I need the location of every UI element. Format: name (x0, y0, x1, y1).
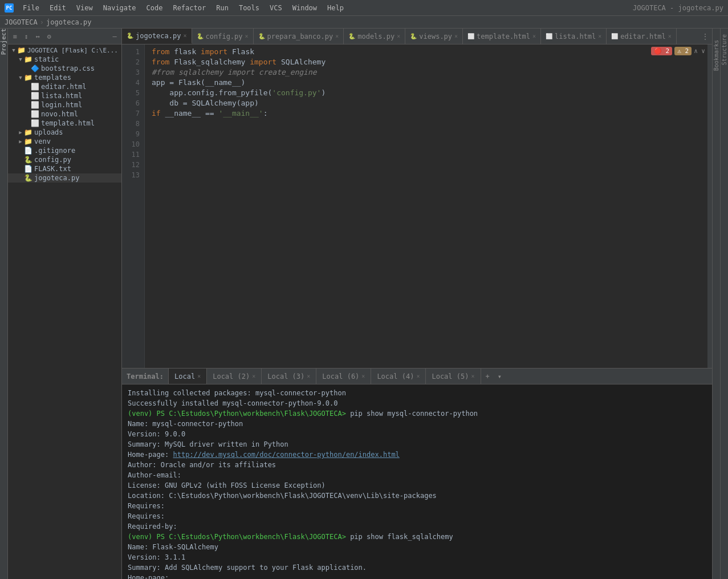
code-editor[interactable]: from flask import Flask from Flask_sqlal… (145, 44, 707, 368)
tree-editar-html[interactable]: ⬜ editar.html (8, 82, 121, 91)
tree-template-html[interactable]: ⬜ template.html (8, 119, 121, 128)
tab-prepara-banco-py[interactable]: 🐍 prepara_banco.py × (254, 29, 344, 44)
tab-close-jogoteca[interactable]: × (183, 33, 186, 39)
menu-code[interactable]: Code (142, 3, 168, 13)
term-close-local5[interactable]: × (471, 373, 474, 379)
term-line-4: Name: mysql-connector-python (128, 419, 706, 429)
bookmarks-strip[interactable]: Bookmarks (712, 29, 720, 579)
tab-editar-html[interactable]: ⬜ editar.html × (607, 29, 677, 44)
menu-vcs[interactable]: VCS (265, 3, 287, 13)
code-line-6: app = Flask(__name__) (152, 78, 701, 88)
code-line-1: from flask import Flask (152, 47, 701, 57)
term-line-10: License: GNU GPLv2 (with FOSS License Ex… (128, 480, 706, 491)
tab-template-html[interactable]: ⬜ template.html × (463, 29, 541, 44)
outer-layout: Project ≡ ↕ ↔ ⚙ — ▼ 📁 JOGOTECA [Flask] C… (0, 29, 728, 579)
tree-novo-html[interactable]: ⬜ novo.html (8, 110, 121, 119)
tree-lista-html[interactable]: ⬜ lista.html (8, 91, 121, 100)
warning-count: ⚠ 2 (674, 47, 692, 55)
menu-window[interactable]: Window (288, 3, 322, 13)
tab-config-py[interactable]: 🐍 config.py × (192, 29, 254, 44)
tree-static[interactable]: ▼ 📁 static (8, 55, 121, 64)
tree-jogoteca-py[interactable]: 🐍 jogoteca.py (8, 173, 121, 183)
term-line-5: Version: 9.0.0 (128, 429, 706, 439)
term-line-11: Location: C:\Estudos\Python\workbench\Fl… (128, 491, 706, 501)
menu-run[interactable]: Run (212, 3, 233, 13)
breadcrumb-file[interactable]: jogoteca.py (46, 18, 91, 26)
tab-close-views[interactable]: × (454, 33, 458, 39)
tab-lista-html[interactable]: ⬜ lista.html × (541, 29, 607, 44)
breadcrumb-project[interactable]: JOGOTECA (5, 18, 38, 26)
tree-config-py[interactable]: 🐍 config.py (8, 155, 121, 164)
term-line-17: Version: 3.1.1 (128, 552, 706, 562)
tab-jogoteca-py[interactable]: 🐍 jogoteca.py × (122, 29, 192, 44)
term-tab-local4[interactable]: Local (4) × (371, 369, 426, 384)
menu-refactor[interactable]: Refactor (168, 3, 210, 13)
term-tab-local5[interactable]: Local (5) × (426, 369, 481, 384)
structure-strip[interactable]: Structure (720, 29, 728, 579)
term-line-9: Author-email: (128, 470, 706, 480)
toolbar-icon-settings[interactable]: ⚙ (44, 32, 54, 41)
center-column: 🐍 jogoteca.py × 🐍 config.py × 🐍 prepara_… (122, 29, 712, 579)
term-tab-local3[interactable]: Local (3) × (262, 369, 316, 384)
structure-label: Structure (721, 34, 727, 65)
term-add-tab[interactable]: + (481, 369, 494, 384)
nav-arrows[interactable]: ∧ ∨ (694, 47, 705, 55)
editor-tab-bar: 🐍 jogoteca.py × 🐍 config.py × 🐍 prepara_… (122, 29, 712, 44)
toolbar-icon-menu[interactable]: ≡ (10, 32, 19, 41)
tree-bootstrap-css[interactable]: 🔷 bootstrap.css (8, 64, 121, 73)
tree-flask-txt[interactable]: 📄 FLASK.txt (8, 164, 121, 173)
term-tab-local2[interactable]: Local (2) × (207, 369, 262, 384)
menu-edit[interactable]: Edit (45, 3, 71, 13)
term-line-1: Installing collected packages: mysql-con… (128, 388, 706, 398)
tab-close-editar[interactable]: × (668, 33, 672, 39)
term-close-local6[interactable]: × (361, 373, 365, 379)
terminal-content[interactable]: Installing collected packages: mysql-con… (122, 384, 712, 579)
tree-uploads[interactable]: ▶ 📁 uploads (8, 128, 121, 137)
toolbar-icon-minimize[interactable]: — (110, 32, 119, 41)
menu-tools[interactable]: Tools (234, 3, 264, 13)
editor-content: 1 2 3 4 5 6 7 8 9 10 11 12 13 from flask… (122, 44, 712, 368)
term-line-15: (venv) PS C:\Estudos\Python\workbench\Fl… (128, 532, 706, 542)
tree-root[interactable]: ▼ 📁 JOGOTECA [Flask] C:\E... (8, 46, 121, 55)
tab-close-models[interactable]: × (397, 33, 400, 39)
menu-view[interactable]: View (72, 3, 97, 13)
tab-overflow[interactable]: ⋮ (698, 29, 712, 44)
term-tab-local6[interactable]: Local (6) × (316, 369, 371, 384)
term-line-6: Summary: MySQL driver written in Python (128, 439, 706, 450)
term-dropdown[interactable]: ▾ (494, 369, 505, 384)
title-bar: PC File Edit View Navigate Code Refactor… (0, 0, 728, 16)
code-line-2: from Flask_sqlalchemy import SQLAlchemy (152, 57, 701, 67)
editor-area: 🐍 jogoteca.py × 🐍 config.py × 🐍 prepara_… (122, 29, 712, 368)
term-tab-local[interactable]: Local × (169, 369, 207, 384)
toolbar-icon-expand[interactable]: ↕ (22, 32, 31, 41)
term-line-2: Successfully installed mysql-connector-p… (128, 398, 706, 408)
term-line-3: (venv) PS C:\Estudos\Python\workbench\Fl… (128, 408, 706, 419)
code-line-11: db = SQLAlchemy(app) (152, 98, 701, 108)
tree-gitignore[interactable]: 📄 .gitignore (8, 146, 121, 155)
tab-views-py[interactable]: 🐍 views.py × (405, 29, 463, 44)
bookmarks-label: Bookmarks (713, 40, 719, 71)
editor-scrollbar[interactable] (707, 44, 712, 368)
tab-models-py[interactable]: 🐍 models.py × (344, 29, 405, 44)
tree-login-html[interactable]: ⬜ login.html (8, 100, 121, 110)
tab-close-prepara[interactable]: × (335, 33, 339, 39)
tree-venv[interactable]: ▶ 📁 venv (8, 137, 121, 146)
term-line-18: Summary: Add SQLAlchemy support to your … (128, 562, 706, 573)
tab-close-config[interactable]: × (245, 33, 249, 39)
menu-file[interactable]: File (18, 3, 44, 13)
breadcrumb-sep: › (40, 18, 44, 26)
term-close-local3[interactable]: × (307, 373, 310, 379)
project-label: Project (0, 29, 7, 55)
line-numbers: 1 2 3 4 5 6 7 8 9 10 11 12 13 (122, 44, 145, 368)
error-count: 🔴 2 (651, 47, 672, 55)
term-close-local4[interactable]: × (416, 373, 420, 379)
tab-close-template[interactable]: × (532, 33, 536, 39)
term-close-local2[interactable]: × (252, 373, 255, 379)
tree-templates[interactable]: ▼ 📁 Project templates (8, 73, 121, 82)
menu-navigate[interactable]: Navigate (99, 3, 141, 13)
mysql-link[interactable]: http://dev.mysql.com/doc/connector-pytho… (173, 451, 399, 459)
menu-help[interactable]: Help (323, 3, 348, 13)
toolbar-icon-collapse[interactable]: ↔ (33, 32, 42, 41)
term-close-local[interactable]: × (197, 373, 201, 379)
tab-close-lista[interactable]: × (598, 33, 601, 39)
